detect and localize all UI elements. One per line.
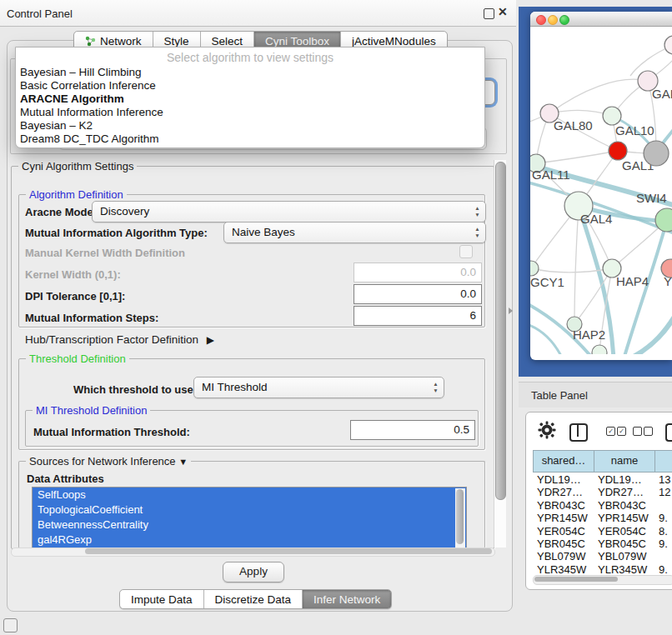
algorithm-option-mutual-information-inference[interactable]: Mutual Information Inference <box>16 106 484 119</box>
minimize-traffic-light-icon[interactable] <box>548 15 558 25</box>
tab-impute-data[interactable]: Impute Data <box>120 590 204 608</box>
node-label: HAP4 <box>616 274 649 288</box>
network-edge[interactable] <box>549 79 648 113</box>
mi-type-combobox[interactable]: Naive Bayes ▲▼ <box>223 222 486 243</box>
table-cell[interactable]: YDR27… <box>537 486 583 498</box>
algorithm-option-bayesian-hill-climbing[interactable]: Bayesian – Hill Climbing <box>16 66 484 79</box>
column-header-name[interactable]: name <box>594 450 655 472</box>
network-edge[interactable] <box>530 322 562 354</box>
attribute-item-gal4rgexp[interactable]: gal4RGexp <box>33 532 466 548</box>
partial-table-icon[interactable] <box>665 423 672 442</box>
settings-vertical-scrollbar[interactable] <box>494 160 506 548</box>
table-panel-titlebar: Table Panel <box>519 382 672 408</box>
algorithm-option-aracne-algorithm[interactable]: ARACNE Algorithm <box>16 92 484 106</box>
aracne-mode-combobox[interactable]: Discovery ▲▼ <box>92 201 486 222</box>
table-cell[interactable]: YBR043C <box>537 499 585 512</box>
network-window[interactable]: GALGAL80GAL10GAL1GAL11GAL4SWI4GCY1HAP4YH… <box>530 12 672 360</box>
table-cell[interactable]: 13 <box>659 473 670 486</box>
network-node-gal1[interactable] <box>609 142 627 160</box>
attribute-item-selfloops[interactable]: SelfLoops <box>33 488 466 502</box>
aracne-mode-value: Discovery <box>100 205 149 218</box>
kernel-width-field[interactable]: 0.0 <box>354 262 482 282</box>
algorithm-option-bayesian-k2[interactable]: Bayesian – K2 <box>16 119 484 132</box>
table-cell[interactable]: YBR043C <box>598 499 646 512</box>
network-edge[interactable] <box>574 206 579 324</box>
close-traffic-light-icon[interactable] <box>536 15 546 25</box>
table-cell[interactable]: YBL079W <box>598 550 647 562</box>
mi-type-label: Mutual Information Algorithm Type: <box>25 227 208 239</box>
table-cell[interactable]: YLR345W <box>598 563 647 575</box>
which-threshold-combobox[interactable]: MI Threshold ▲▼ <box>193 377 444 398</box>
panel-divider-grip[interactable] <box>509 308 513 314</box>
table-cell[interactable]: YBR045C <box>598 538 646 550</box>
network-edge[interactable] <box>530 181 672 236</box>
mi-threshold-field[interactable]: 0.5 <box>350 420 475 440</box>
table-cell[interactable]: YPR145W <box>537 512 588 524</box>
unchecked-pair-icon[interactable] <box>633 427 654 439</box>
checked-pair-icon[interactable]: ✓✓ <box>606 427 628 439</box>
table-cell[interactable]: YBL079W <box>537 550 586 562</box>
algorithm-option-basic-correlation-inference[interactable]: Basic Correlation Inference <box>16 79 484 92</box>
dpi-tolerance-field[interactable]: 0.0 <box>354 284 482 304</box>
algorithm-option-dream8-dc-tdc-algorithm[interactable]: Dream8 DC_TDC Algorithm <box>16 132 484 146</box>
table-cell[interactable]: YER054C <box>598 525 646 538</box>
table-cell[interactable]: YDL19… <box>598 473 642 486</box>
attribute-item-betweennesscentrality[interactable]: BetweennessCentrality <box>33 518 466 532</box>
collapse-down-icon: ▼ <box>178 457 188 467</box>
node-label: HAP2 <box>573 328 605 342</box>
manual-kernel-checkbox[interactable] <box>459 245 473 258</box>
table-horizontal-scrollbar[interactable] <box>533 575 672 585</box>
network-node-gcy1[interactable] <box>530 261 539 276</box>
network-canvas[interactable]: GALGAL80GAL10GAL1GAL11GAL4SWI4GCY1HAP4YH… <box>530 26 672 354</box>
table-panel-title: Table Panel <box>531 389 588 402</box>
node-label: GAL80 <box>554 118 593 132</box>
table-cell[interactable]: YPR145W <box>598 512 649 524</box>
float-icon[interactable] <box>484 8 494 19</box>
node-label: Y <box>664 274 672 288</box>
table-cell[interactable]: YDL19… <box>537 473 581 486</box>
zoom-traffic-light-icon[interactable] <box>559 15 569 25</box>
close-icon[interactable]: ✕ <box>498 5 508 18</box>
column-header-partial[interactable] <box>654 450 672 472</box>
node-label: GAL10 <box>615 123 654 138</box>
manual-kernel-label: Manual Kernel Width Definition <box>25 247 185 259</box>
table-cell[interactable]: YLR345W <box>537 563 586 575</box>
tab-infer-network[interactable]: Infer Network <box>303 590 391 608</box>
hub-section-toggle[interactable]: Hub/Transcription Factor Definition ▶ <box>25 333 214 346</box>
sources-toggle[interactable]: Sources for Network Inference ▼ <box>26 455 191 468</box>
table-cell[interactable]: YDR27… <box>598 486 644 498</box>
table-cell[interactable]: YER054C <box>537 525 585 538</box>
table-cell[interactable]: 9. <box>659 538 668 550</box>
node-label: GCY1 <box>530 275 564 289</box>
node-table[interactable]: shared…nameYDL19…YDL19…13YDR27…YDR27…12Y… <box>533 450 672 575</box>
column-header-shared[interactable]: shared… <box>533 450 594 472</box>
data-attributes-list[interactable]: SelfLoopsTopologicalCoefficientBetweenne… <box>32 487 467 550</box>
network-edge[interactable] <box>632 312 672 354</box>
data-attributes-label: Data Attributes <box>27 472 104 485</box>
settings-horizontal-scrollbar[interactable] <box>11 548 495 557</box>
attribute-item-topologicalcoefficient[interactable]: TopologicalCoefficient <box>33 502 466 518</box>
network-node[interactable] <box>664 36 672 54</box>
list-scrollbar[interactable] <box>455 488 465 548</box>
table-cell[interactable]: 12 <box>659 486 670 498</box>
network-node-gal10[interactable] <box>603 107 621 125</box>
network-node[interactable] <box>644 141 669 166</box>
tab-discretize-data[interactable]: Discretize Data <box>204 590 303 608</box>
tab-label: Discretize Data <box>215 593 292 606</box>
split-columns-icon[interactable] <box>569 423 588 442</box>
table-cell[interactable]: YBR045C <box>537 538 585 550</box>
docked-panel-icon[interactable] <box>3 618 18 632</box>
gear-icon[interactable] <box>538 421 556 439</box>
mi-steps-field[interactable]: 6 <box>354 306 482 326</box>
node-label: GAL11 <box>532 168 570 182</box>
table-cell[interactable]: 9. <box>659 512 668 524</box>
apply-button[interactable]: Apply <box>223 562 284 582</box>
kernel-width-label: Kernel Width (0,1): <box>25 268 121 281</box>
network-node[interactable] <box>592 345 607 354</box>
network-window-titlebar[interactable] <box>530 12 672 27</box>
node-label: GAL <box>652 87 672 101</box>
network-edge[interactable] <box>536 151 618 163</box>
table-cell[interactable]: 9. <box>659 563 668 575</box>
tab-label: Select <box>212 35 243 48</box>
table-cell[interactable]: 8. <box>659 525 668 538</box>
